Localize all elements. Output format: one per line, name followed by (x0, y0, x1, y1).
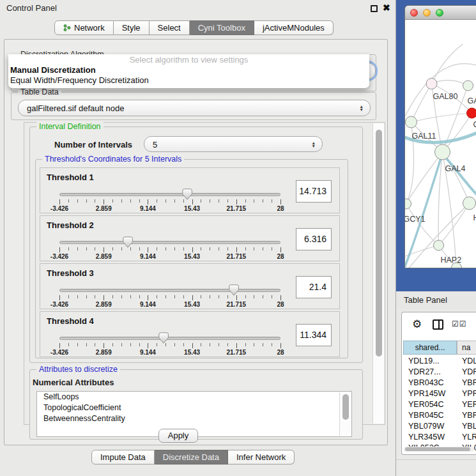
slider-track[interactable] (59, 241, 280, 244)
combobox-stepper-icon[interactable]: ▲ ▼ (312, 141, 316, 148)
slider-handle[interactable] (123, 236, 133, 248)
tab-network[interactable]: Network (54, 20, 114, 35)
slider-tick-labels: -3.426 2.859 9.144 15.43 21.715 28 (59, 301, 280, 308)
tab-select[interactable]: Select (150, 20, 190, 35)
cell-name[interactable]: YDR2 (462, 367, 476, 378)
tab-style[interactable]: Style (114, 20, 150, 35)
panel-title: Control Panel (6, 3, 57, 13)
network-node-gal11[interactable] (406, 116, 417, 128)
cell-name[interactable]: YLR3 (462, 432, 476, 443)
network-node-gcy1[interactable] (405, 199, 411, 209)
group-title: Interval Definition (36, 122, 104, 131)
slider-handle[interactable] (158, 332, 169, 344)
network-node[interactable] (463, 197, 476, 210)
network-node-gal80[interactable] (426, 79, 437, 89)
tab-label: Infer Network (236, 450, 286, 464)
close-icon[interactable]: ✖ (383, 3, 390, 13)
column-header-name[interactable]: na (457, 341, 476, 355)
cell-name[interactable]: YBL0 (462, 421, 476, 432)
slider-track[interactable] (59, 289, 280, 292)
number-of-intervals-combobox[interactable]: 5 ▲ ▼ (144, 136, 323, 152)
cell-name[interactable]: YPR1 (462, 388, 476, 399)
traffic-light-close-icon[interactable] (410, 9, 418, 17)
threshold-value-field[interactable]: 21.4 (296, 276, 332, 298)
list-item[interactable]: SelfLoops (37, 392, 351, 403)
cell-shared-name[interactable]: YBR045C (408, 410, 458, 421)
algorithm-dropdown-popup: Select algorithm to view settings Manual… (8, 54, 369, 88)
cell-shared-name[interactable]: YBR043C (408, 378, 458, 388)
cell-name[interactable]: YDL1 (462, 356, 476, 367)
thresholds-group: Threshold's Coordinates for 5 Intervals … (35, 159, 348, 358)
cell-name[interactable]: YBR0 (462, 410, 476, 421)
network-canvas[interactable]: GAL80 GA C GAL11 GAL4 GCY1 H HAP2 (405, 20, 476, 268)
slider-handle[interactable] (182, 188, 192, 200)
threshold-3-slider[interactable]: -3.426 2.859 9.144 15.43 21.715 28 (59, 285, 280, 308)
table-horizontal-scrollbar[interactable] (404, 447, 474, 452)
settings-scrollbar[interactable] (372, 123, 384, 424)
apply-button[interactable]: Apply (158, 429, 198, 443)
float-window-icon[interactable] (371, 5, 378, 12)
list-item[interactable]: BetweennessCentrality (37, 413, 351, 424)
checkbox-icon: ☑ (459, 319, 467, 328)
table-data-combobox[interactable]: galFiltered.sif default node ▲ ▼ (18, 100, 371, 116)
scrollbar-thumb[interactable] (405, 447, 470, 451)
cell-shared-name[interactable]: YLR345W (408, 432, 458, 443)
traffic-light-zoom-icon[interactable] (436, 9, 443, 17)
slider-major-ticks (59, 247, 281, 252)
tab-jactivemnodules[interactable]: jActiveMNodules (254, 20, 334, 35)
combobox-stepper-icon[interactable]: ▲ ▼ (360, 105, 364, 111)
popup-item-manual-discretization[interactable]: Manual Discretization (8, 65, 369, 75)
tick-label: 21.715 (227, 301, 247, 308)
tab-infer-network[interactable]: Infer Network (228, 450, 295, 464)
threshold-4-slider[interactable]: -3.426 2.859 9.144 15.43 21.715 28 (59, 333, 280, 356)
cell-shared-name[interactable]: YDL19... (408, 356, 458, 367)
network-window-titlebar[interactable] (405, 6, 476, 20)
select-columns-icon[interactable]: ☑☑ (452, 319, 467, 328)
tick-label: 2.859 (96, 301, 112, 308)
threshold-value-field[interactable]: 11.344 (296, 324, 332, 346)
tick-label: 21.715 (227, 205, 247, 212)
cell-name[interactable]: YBR0 (462, 378, 476, 388)
threshold-3-panel: Threshold 3 -3.426 2.859 9.144 15.43 21.… (40, 263, 340, 309)
scrollbar-thumb[interactable] (342, 394, 349, 420)
traffic-light-minimize-icon[interactable] (423, 9, 431, 17)
gear-icon[interactable]: ⚙ (412, 318, 422, 331)
column-layout-icon[interactable] (433, 319, 443, 330)
list-scrollbar[interactable] (339, 392, 351, 436)
tab-label: Select (158, 21, 181, 35)
panel-title: Table Panel (404, 295, 447, 305)
slider-track[interactable] (59, 193, 280, 196)
table-panel-window: ⚙ ☑☑ shared... na YDL19...YDL1 YDR27...Y… (401, 312, 476, 455)
stepper-down-icon: ▼ (360, 108, 364, 111)
threshold-2-slider[interactable]: -3.426 2.859 9.144 15.43 21.715 28 (59, 237, 280, 260)
slider-handle[interactable] (229, 284, 239, 296)
tab-impute-data[interactable]: Impute Data (91, 450, 155, 464)
cell-name[interactable]: YER0 (462, 399, 476, 410)
network-node[interactable] (463, 81, 473, 91)
table-panel-titlebar: Table Panel (396, 291, 476, 309)
network-node-hap2[interactable] (434, 240, 444, 250)
list-item[interactable]: TopologicalCoefficient (37, 403, 351, 413)
cell-shared-name[interactable]: YDR27... (408, 367, 458, 378)
threshold-1-slider[interactable]: -3.426 2.859 9.144 15.43 21.715 28 (59, 189, 280, 212)
scrollbar-thumb[interactable] (376, 130, 382, 357)
threshold-value-field[interactable]: 14.713 (296, 180, 332, 203)
slider-major-ticks (59, 199, 281, 204)
network-node-gal4[interactable] (435, 144, 450, 160)
tick-label: 15.43 (184, 205, 200, 212)
control-panel-titlebar: Control Panel ✖ (0, 0, 396, 17)
cell-shared-name[interactable]: YER054C (408, 399, 458, 410)
tab-discretize-data[interactable]: Discretize Data (155, 450, 228, 464)
threshold-value-field[interactable]: 6.316 (296, 228, 332, 250)
stepper-down-icon: ▼ (312, 144, 316, 148)
slider-track[interactable] (59, 337, 280, 340)
network-node-selected[interactable] (467, 108, 476, 118)
column-header-shared-name[interactable]: shared... (403, 341, 457, 355)
cell-shared-name[interactable]: YBL079W (408, 421, 458, 432)
cell-shared-name[interactable]: YPR145W (408, 388, 458, 399)
tick-label: 15.43 (184, 301, 200, 308)
popup-item-equal-width-frequency[interactable]: Equal Width/Frequency Discretization (8, 75, 369, 86)
tab-cyni-toolbox[interactable]: Cyni Toolbox (190, 20, 254, 35)
cyni-bottom-tabbar: Impute Data Discretize Data Infer Networ… (91, 450, 295, 464)
group-title: Threshold's Coordinates for 5 Intervals (42, 155, 184, 164)
